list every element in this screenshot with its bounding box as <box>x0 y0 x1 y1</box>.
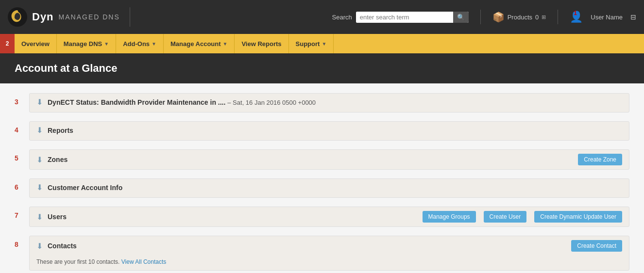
nav-support-label: Support <box>296 40 320 48</box>
subtitle-text: MANAGED DNS <box>59 13 120 21</box>
search-input-wrap: 🔍 <box>356 12 469 23</box>
nav-manage-account-chevron: ▼ <box>223 41 228 47</box>
section-number-6: 6 <box>15 178 29 191</box>
products-count: 0 <box>535 14 539 21</box>
page-header: Account at a Glance <box>0 53 644 83</box>
create-zone-button[interactable]: Create Zone <box>578 154 622 165</box>
section-name-4: Reports <box>48 127 622 134</box>
search-input[interactable] <box>356 12 453 23</box>
nav-manage-dns-label: Manage DNS <box>64 40 102 48</box>
nav-overview-label: Overview <box>21 40 50 48</box>
user-name-area: User Name <box>591 14 623 21</box>
logo-area: Dyn MANAGED DNS <box>8 7 130 27</box>
divider-2 <box>558 10 558 24</box>
section-date-3: – Sat, 16 Jan 2016 0500 +0000 <box>227 99 316 106</box>
page-title: Account at a Glance <box>15 62 629 75</box>
section-header-5: ⬇ Zones Create Zone <box>30 150 629 169</box>
create-dynamic-update-user-button[interactable]: Create Dynamic Update User <box>534 211 622 223</box>
section-name-7: Users <box>48 213 415 221</box>
section-header-8: ⬇ Contacts Create Contact <box>30 236 629 256</box>
main-content: 3 ⬇ DynECT Status: Bandwidth Provider Ma… <box>0 83 644 273</box>
section-arrow-5: ⬇ <box>36 155 43 164</box>
section-number-3: 3 <box>15 93 29 106</box>
section-arrow-4: ⬇ <box>36 126 43 135</box>
dyn-logo-icon <box>8 7 27 27</box>
top-right-area: Search 🔍 📦 Products 0 ⊞ 1 👤 User Name ⊟ <box>332 10 637 24</box>
nav-add-ons-label: Add-Ons <box>123 40 150 48</box>
section-arrow-7: ⬇ <box>36 212 43 222</box>
section-name-bold-3: DynECT Status: Bandwidth Provider Mainte… <box>48 98 225 106</box>
settings-button[interactable]: ⊟ <box>630 13 636 21</box>
nav-badge: 2 <box>0 34 15 53</box>
section-name-3: DynECT Status: Bandwidth Provider Mainte… <box>48 98 622 106</box>
nav-item-add-ons[interactable]: Add-Ons ▼ <box>116 34 164 53</box>
divider-1 <box>480 10 481 24</box>
section-header-4: ⬇ Reports <box>30 122 629 139</box>
nav-view-reports-label: View Reports <box>241 40 281 48</box>
section-arrow-6: ⬇ <box>36 183 43 192</box>
section-number-8: 8 <box>15 236 29 248</box>
section-row-6: 6 ⬇ Customer Account Info <box>15 178 629 198</box>
section-panel-4: ⬇ Reports <box>29 121 629 141</box>
section-row-7: 7 ⬇ Users Manage Groups Create User Crea… <box>15 207 629 227</box>
nav-item-support[interactable]: Support ▼ <box>289 34 334 53</box>
user-name-text: User Name <box>591 14 623 21</box>
section-name-5: Zones <box>48 156 570 163</box>
section-header-7: ⬇ Users Manage Groups Create User Create… <box>30 207 629 226</box>
section-arrow-8: ⬇ <box>36 241 43 251</box>
section-number-4: 4 <box>15 121 29 134</box>
search-label: Search <box>332 14 352 21</box>
section-footer-8: These are your first 10 contacts. View A… <box>30 256 629 270</box>
section-row-5: 5 ⬇ Zones Create Zone <box>15 149 629 170</box>
section-name-6: Customer Account Info <box>48 184 622 192</box>
products-icon: 📦 <box>492 11 505 23</box>
section-row-3: 3 ⬇ DynECT Status: Bandwidth Provider Ma… <box>15 93 629 112</box>
create-contact-button[interactable]: Create Contact <box>571 240 622 252</box>
section-row-8: 8 ⬇ Contacts Create Contact These are yo… <box>15 236 629 271</box>
section-panel-5: ⬇ Zones Create Zone <box>29 149 629 170</box>
nav-bar: 2 Overview Manage DNS ▼ Add-Ons ▼ Manage… <box>0 34 644 53</box>
section-panel-8: ⬇ Contacts Create Contact These are your… <box>29 236 629 271</box>
nav-item-overview[interactable]: Overview <box>15 34 57 53</box>
section-panel-7: ⬇ Users Manage Groups Create User Create… <box>29 207 629 227</box>
section-header-3: ⬇ DynECT Status: Bandwidth Provider Main… <box>30 94 629 111</box>
search-area: Search 🔍 <box>332 12 469 23</box>
nav-item-view-reports[interactable]: View Reports <box>235 34 288 53</box>
contacts-footer-text: These are your first 10 contacts. <box>36 258 121 265</box>
nav-manage-account-label: Manage Account <box>170 40 221 48</box>
manage-groups-button[interactable]: Manage Groups <box>423 211 476 223</box>
search-button[interactable]: 🔍 <box>453 12 469 23</box>
section-arrow-3: ⬇ <box>36 97 43 107</box>
section-number-5: 5 <box>15 149 29 162</box>
section-name-8: Contacts <box>48 242 563 250</box>
nav-item-manage-dns[interactable]: Manage DNS ▼ <box>57 34 116 53</box>
section-panel-3: ⬇ DynECT Status: Bandwidth Provider Main… <box>29 93 629 112</box>
nav-manage-dns-chevron: ▼ <box>104 41 109 47</box>
notification-badge: 1 <box>574 10 577 16</box>
nav-support-chevron: ▼ <box>322 41 326 47</box>
nav-add-ons-chevron: ▼ <box>152 41 156 47</box>
view-all-contacts-link[interactable]: View All Contacts <box>121 258 167 265</box>
top-bar: Dyn MANAGED DNS Search 🔍 📦 Products 0 ⊞ … <box>0 0 644 34</box>
section-number-7: 7 <box>15 207 29 219</box>
logo-text: Dyn <box>32 11 54 23</box>
notification-area: 1 👤 <box>570 11 583 23</box>
products-chevron: ⊞ <box>542 14 546 20</box>
section-panel-6: ⬇ Customer Account Info <box>29 178 629 198</box>
products-label: Products <box>508 14 532 21</box>
section-row-4: 4 ⬇ Reports <box>15 121 629 141</box>
create-user-button[interactable]: Create User <box>484 211 527 223</box>
nav-item-manage-account[interactable]: Manage Account ▼ <box>164 34 235 53</box>
products-button[interactable]: 📦 Products 0 ⊞ <box>492 11 546 23</box>
section-header-6: ⬇ Customer Account Info <box>30 179 629 196</box>
